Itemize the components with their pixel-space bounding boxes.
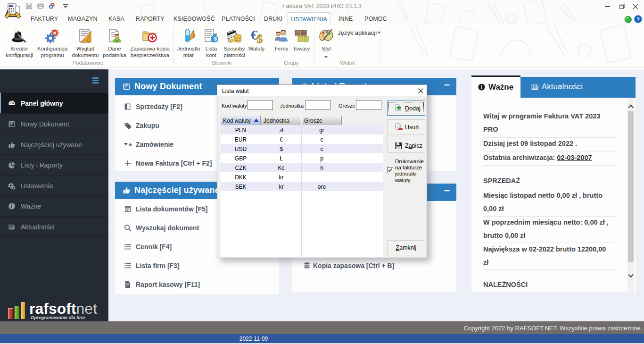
svg-text:?: ? bbox=[636, 17, 640, 22]
svg-text:$: $ bbox=[214, 36, 217, 42]
svg-text:$: $ bbox=[257, 32, 263, 43]
